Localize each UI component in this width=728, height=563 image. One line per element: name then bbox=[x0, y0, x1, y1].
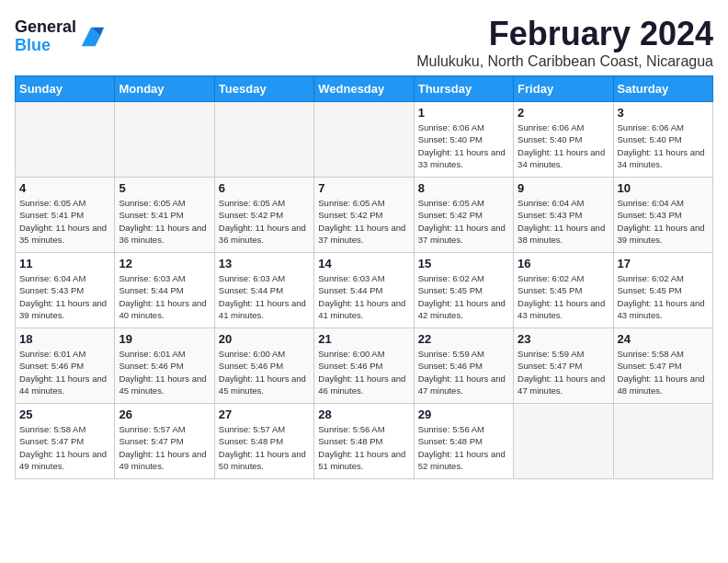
day-number: 7 bbox=[318, 181, 409, 195]
calendar-cell: 19Sunrise: 6:01 AMSunset: 5:46 PMDayligh… bbox=[115, 328, 214, 404]
day-info: Sunrise: 6:02 AMSunset: 5:45 PMDaylight:… bbox=[518, 272, 609, 321]
day-info: Sunrise: 5:57 AMSunset: 5:48 PMDaylight:… bbox=[219, 423, 310, 472]
calendar-cell: 17Sunrise: 6:02 AMSunset: 5:45 PMDayligh… bbox=[613, 253, 712, 328]
day-info: Sunrise: 6:03 AMSunset: 5:44 PMDaylight:… bbox=[219, 272, 310, 321]
calendar-week-row: 18Sunrise: 6:01 AMSunset: 5:46 PMDayligh… bbox=[16, 328, 713, 404]
calendar-cell: 1Sunrise: 6:06 AMSunset: 5:40 PMDaylight… bbox=[414, 102, 513, 178]
weekday-header: Sunday bbox=[16, 76, 115, 102]
calendar-cell bbox=[514, 404, 613, 479]
day-number: 4 bbox=[19, 181, 110, 195]
day-number: 29 bbox=[418, 408, 509, 421]
day-info: Sunrise: 5:58 AMSunset: 5:47 PMDaylight:… bbox=[618, 348, 709, 396]
weekday-header: Saturday bbox=[613, 76, 712, 102]
title-area: February 2024 Mulukuku, North Caribbean … bbox=[416, 15, 713, 70]
weekday-header: Thursday bbox=[414, 76, 513, 102]
day-number: 28 bbox=[318, 408, 409, 421]
day-info: Sunrise: 6:03 AMSunset: 5:44 PMDaylight:… bbox=[318, 272, 409, 321]
logo-blue: Blue bbox=[15, 36, 51, 54]
day-info: Sunrise: 6:05 AMSunset: 5:42 PMDaylight:… bbox=[219, 197, 310, 246]
calendar-cell: 12Sunrise: 6:03 AMSunset: 5:44 PMDayligh… bbox=[115, 253, 214, 328]
day-info: Sunrise: 5:59 AMSunset: 5:47 PMDaylight:… bbox=[518, 348, 609, 396]
calendar-cell: 10Sunrise: 6:04 AMSunset: 5:43 PMDayligh… bbox=[613, 178, 712, 253]
month-title: February 2024 bbox=[416, 15, 713, 53]
day-info: Sunrise: 6:04 AMSunset: 5:43 PMDaylight:… bbox=[618, 197, 709, 246]
day-info: Sunrise: 6:05 AMSunset: 5:41 PMDaylight:… bbox=[119, 197, 210, 246]
day-info: Sunrise: 6:00 AMSunset: 5:46 PMDaylight:… bbox=[318, 348, 409, 396]
calendar-cell: 26Sunrise: 5:57 AMSunset: 5:47 PMDayligh… bbox=[115, 404, 214, 479]
day-info: Sunrise: 5:56 AMSunset: 5:48 PMDaylight:… bbox=[318, 423, 409, 472]
day-info: Sunrise: 6:03 AMSunset: 5:44 PMDaylight:… bbox=[119, 272, 210, 321]
day-info: Sunrise: 6:02 AMSunset: 5:45 PMDaylight:… bbox=[418, 272, 509, 321]
calendar-cell: 9Sunrise: 6:04 AMSunset: 5:43 PMDaylight… bbox=[514, 178, 613, 253]
calendar-week-row: 11Sunrise: 6:04 AMSunset: 5:43 PMDayligh… bbox=[16, 253, 713, 328]
day-info: Sunrise: 6:06 AMSunset: 5:40 PMDaylight:… bbox=[518, 121, 609, 170]
day-number: 15 bbox=[418, 257, 509, 270]
calendar-cell: 24Sunrise: 5:58 AMSunset: 5:47 PMDayligh… bbox=[613, 328, 712, 404]
day-number: 10 bbox=[618, 181, 709, 195]
day-number: 23 bbox=[518, 332, 609, 346]
calendar-cell: 6Sunrise: 6:05 AMSunset: 5:42 PMDaylight… bbox=[214, 178, 313, 253]
day-info: Sunrise: 5:56 AMSunset: 5:48 PMDaylight:… bbox=[418, 423, 509, 472]
calendar-cell: 5Sunrise: 6:05 AMSunset: 5:41 PMDaylight… bbox=[115, 178, 214, 253]
calendar-cell bbox=[314, 102, 414, 178]
day-info: Sunrise: 6:04 AMSunset: 5:43 PMDaylight:… bbox=[19, 272, 110, 321]
weekday-header: Wednesday bbox=[314, 76, 414, 102]
day-info: Sunrise: 5:57 AMSunset: 5:47 PMDaylight:… bbox=[119, 423, 210, 472]
calendar-cell: 18Sunrise: 6:01 AMSunset: 5:46 PMDayligh… bbox=[16, 328, 115, 404]
calendar-cell: 27Sunrise: 5:57 AMSunset: 5:48 PMDayligh… bbox=[214, 404, 313, 479]
calendar-cell: 23Sunrise: 5:59 AMSunset: 5:47 PMDayligh… bbox=[514, 328, 613, 404]
calendar-cell: 14Sunrise: 6:03 AMSunset: 5:44 PMDayligh… bbox=[314, 253, 414, 328]
calendar-cell bbox=[115, 102, 214, 178]
calendar-cell: 4Sunrise: 6:05 AMSunset: 5:41 PMDaylight… bbox=[16, 178, 115, 253]
day-info: Sunrise: 6:05 AMSunset: 5:41 PMDaylight:… bbox=[19, 197, 110, 246]
day-info: Sunrise: 6:06 AMSunset: 5:40 PMDaylight:… bbox=[418, 121, 509, 170]
day-number: 6 bbox=[219, 181, 310, 195]
day-number: 13 bbox=[219, 257, 310, 270]
calendar-cell: 25Sunrise: 5:58 AMSunset: 5:47 PMDayligh… bbox=[16, 404, 115, 479]
day-number: 8 bbox=[418, 181, 509, 195]
day-number: 14 bbox=[318, 257, 409, 270]
calendar-cell bbox=[613, 404, 712, 479]
day-info: Sunrise: 5:59 AMSunset: 5:46 PMDaylight:… bbox=[418, 348, 509, 396]
logo-text: GeneralBlue bbox=[15, 18, 76, 55]
day-number: 3 bbox=[618, 106, 709, 120]
location-title: Mulukuku, North Caribbean Coast, Nicarag… bbox=[416, 53, 713, 70]
day-info: Sunrise: 6:00 AMSunset: 5:46 PMDaylight:… bbox=[219, 348, 310, 396]
day-number: 26 bbox=[119, 408, 210, 421]
calendar-cell: 29Sunrise: 5:56 AMSunset: 5:48 PMDayligh… bbox=[414, 404, 513, 479]
day-number: 16 bbox=[518, 257, 609, 270]
calendar-cell: 16Sunrise: 6:02 AMSunset: 5:45 PMDayligh… bbox=[514, 253, 613, 328]
calendar-cell: 2Sunrise: 6:06 AMSunset: 5:40 PMDaylight… bbox=[514, 102, 613, 178]
calendar-cell: 15Sunrise: 6:02 AMSunset: 5:45 PMDayligh… bbox=[414, 253, 513, 328]
day-number: 22 bbox=[418, 332, 509, 346]
calendar-cell: 3Sunrise: 6:06 AMSunset: 5:40 PMDaylight… bbox=[613, 102, 712, 178]
day-number: 2 bbox=[518, 106, 609, 120]
weekday-header: Monday bbox=[115, 76, 214, 102]
day-number: 5 bbox=[119, 181, 210, 195]
day-number: 20 bbox=[219, 332, 310, 346]
day-number: 11 bbox=[19, 257, 110, 270]
calendar-table: SundayMondayTuesdayWednesdayThursdayFrid… bbox=[15, 75, 713, 479]
day-info: Sunrise: 6:04 AMSunset: 5:43 PMDaylight:… bbox=[518, 197, 609, 246]
calendar-cell: 28Sunrise: 5:56 AMSunset: 5:48 PMDayligh… bbox=[314, 404, 414, 479]
day-number: 25 bbox=[19, 408, 110, 421]
calendar-cell: 8Sunrise: 6:05 AMSunset: 5:42 PMDaylight… bbox=[414, 178, 513, 253]
day-number: 24 bbox=[618, 332, 709, 346]
day-number: 17 bbox=[618, 257, 709, 270]
calendar-cell bbox=[16, 102, 115, 178]
calendar-week-row: 25Sunrise: 5:58 AMSunset: 5:47 PMDayligh… bbox=[16, 404, 713, 479]
day-info: Sunrise: 6:06 AMSunset: 5:40 PMDaylight:… bbox=[618, 121, 709, 170]
day-number: 1 bbox=[418, 106, 509, 120]
calendar-cell: 20Sunrise: 6:00 AMSunset: 5:46 PMDayligh… bbox=[214, 328, 313, 404]
calendar-header-row: SundayMondayTuesdayWednesdayThursdayFrid… bbox=[16, 76, 713, 102]
logo-icon bbox=[78, 24, 104, 50]
calendar-week-row: 4Sunrise: 6:05 AMSunset: 5:41 PMDaylight… bbox=[16, 178, 713, 253]
calendar-cell: 22Sunrise: 5:59 AMSunset: 5:46 PMDayligh… bbox=[414, 328, 513, 404]
day-info: Sunrise: 5:58 AMSunset: 5:47 PMDaylight:… bbox=[19, 423, 110, 472]
weekday-header: Friday bbox=[514, 76, 613, 102]
calendar-cell bbox=[214, 102, 313, 178]
day-info: Sunrise: 6:02 AMSunset: 5:45 PMDaylight:… bbox=[618, 272, 709, 321]
page-header: GeneralBlue February 2024 Mulukuku, Nort… bbox=[15, 15, 713, 70]
day-number: 21 bbox=[318, 332, 409, 346]
day-number: 19 bbox=[119, 332, 210, 346]
